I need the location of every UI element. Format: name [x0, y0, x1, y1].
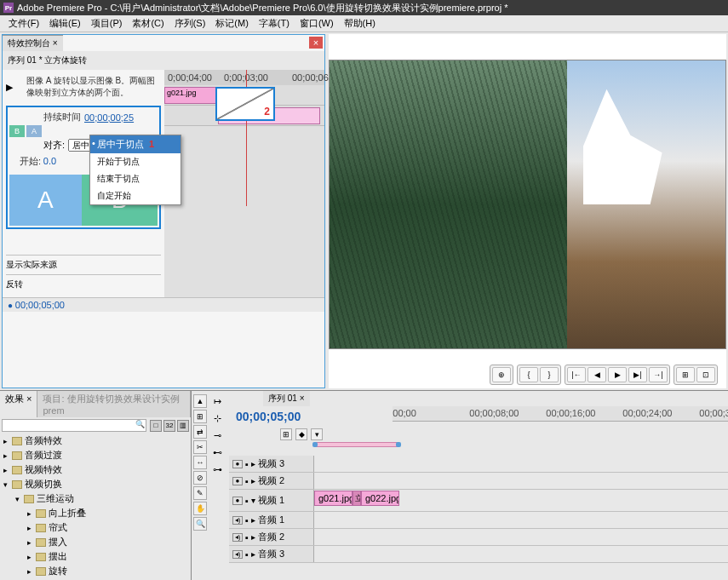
ruler-label: 00;00;24;00	[622, 408, 672, 418]
tl-tool-0[interactable]: ▲	[193, 394, 207, 408]
tl-tool-8[interactable]: 🔍	[193, 517, 207, 531]
track-label-v1: 视频 1	[258, 494, 284, 507]
snap-icon[interactable]: ⊞	[280, 428, 292, 440]
timeline-current-time[interactable]: 00;00;05;00	[229, 406, 307, 427]
dropdown-item-custom[interactable]: 自定开始	[90, 187, 181, 204]
window-title: Adobe Premiere Pro - C:\用户\Administrator…	[17, 2, 507, 14]
tree-node[interactable]: ▸音频特效	[0, 434, 191, 448]
track-toggle-v2[interactable]: ●	[232, 477, 243, 485]
tree-node[interactable]: ▸视频特效	[0, 462, 191, 477]
tree-node[interactable]: ▸音频过渡	[0, 448, 191, 462]
transition-region[interactable]: 2	[215, 87, 275, 121]
tree-node[interactable]: ▸旋转	[0, 564, 191, 578]
preview-image-left	[330, 60, 567, 348]
filter-yuv-icon[interactable]: ▥	[177, 420, 189, 432]
tree-node[interactable]: ▸摆出	[0, 549, 191, 564]
duration-value[interactable]: 00;00;00;25	[84, 112, 134, 123]
tl-snap-2[interactable]: ⊸	[210, 428, 224, 442]
tl-tool-2[interactable]: ⇄	[193, 425, 207, 439]
timeline-transition[interactable]: 立	[353, 491, 361, 506]
tl-tool-3[interactable]: ✂	[193, 440, 207, 454]
mini-time-1: 0;00;04;00	[168, 72, 212, 83]
menu-title[interactable]: 字幕(T)	[254, 17, 295, 30]
extract-button[interactable]: ⊡	[696, 367, 715, 382]
tl-snap-4[interactable]: ⊶	[210, 462, 224, 476]
tree-node[interactable]: ▾视频切换	[0, 477, 191, 491]
transport-controls: ⊕ { } |← ◀ ▶ ▶| →| ⊞ ⊡	[490, 365, 718, 385]
work-area-bar[interactable]	[314, 442, 728, 449]
show-actual-sources[interactable]: 显示实际来源	[6, 255, 161, 274]
lock-icon[interactable]: ▪	[245, 549, 249, 560]
lift-button[interactable]: ⊞	[676, 367, 695, 382]
effect-controls-tab[interactable]: 特效控制台 ×	[3, 35, 63, 51]
effects-tree[interactable]: ▸音频特效▸音频过渡▸视频特效▾视频切换▾三维运动▸向上折叠▸帘式▸摆入▸摆出▸…	[0, 434, 191, 580]
sequence-tab[interactable]: 序列 01 ×	[263, 391, 310, 406]
play-button[interactable]: ▶	[608, 367, 627, 382]
tl-snap-0[interactable]: ↦	[210, 394, 224, 408]
mark-in-button[interactable]: {	[519, 367, 538, 382]
ruler-label: 00;00	[393, 408, 416, 418]
expand-icon[interactable]: ▶	[6, 82, 13, 93]
dropdown-item-start[interactable]: 开始于切点	[90, 153, 181, 170]
timeline-clip-2[interactable]: g022.jpg	[361, 491, 399, 506]
dropdown-item-end[interactable]: 结束于切点	[90, 170, 181, 187]
track-toggle-v3[interactable]: ●	[232, 460, 243, 468]
reverse-toggle[interactable]: 反转	[6, 274, 161, 294]
lock-icon[interactable]: ▪	[245, 496, 249, 506]
effects-tab[interactable]: 效果 ×	[0, 391, 37, 417]
effect-mini-timeline[interactable]: 0;00;04;00 0;00;03;00 00;00;06 g021.jpg …	[164, 70, 324, 206]
tl-tool-4[interactable]: ↔	[193, 456, 207, 469]
tl-tool-6[interactable]: ✎	[193, 486, 207, 500]
go-to-out-button[interactable]: →|	[649, 367, 668, 382]
mark-out-button[interactable]: }	[540, 367, 559, 382]
menu-edit[interactable]: 编辑(E)	[44, 17, 86, 30]
effects-panel: 效果 × 项目: 使用旋转切换效果设计实例prem 🔍 □ 32 ▥ ▸音频特效…	[0, 391, 192, 580]
tl-tool-1[interactable]: ⊞	[193, 410, 207, 423]
lock-icon[interactable]: ▪	[245, 476, 249, 486]
filter-fx-icon[interactable]: □	[150, 420, 162, 432]
tree-node[interactable]: ▸向上折叠	[0, 506, 191, 520]
timeline-ruler[interactable]: 00;0000;00;08;0000;00;16;0000;00;24;0000…	[393, 406, 728, 422]
track-toggle-v1[interactable]: ●	[232, 497, 243, 505]
go-to-in-button[interactable]: |←	[567, 367, 586, 382]
track-toggle-a2[interactable]: ◂)	[232, 533, 243, 542]
align-label: 对齐:	[43, 139, 65, 152]
footer-timecode[interactable]: 00;00;05;00	[15, 300, 65, 310]
start-value[interactable]: 0.0	[43, 156, 56, 166]
tl-snap-1[interactable]: ⊹	[210, 411, 224, 425]
menu-file[interactable]: 文件(F)	[3, 17, 44, 30]
menu-marker[interactable]: 标记(M)	[210, 17, 254, 30]
marker-icon[interactable]: ◆	[295, 428, 307, 440]
panel-close-button[interactable]: ×	[309, 37, 323, 49]
tree-node[interactable]: ▾三维运动	[0, 491, 191, 506]
settings-icon[interactable]: ▾	[311, 428, 323, 440]
tree-node[interactable]: ▸摆入	[0, 535, 191, 549]
menu-help[interactable]: 帮助(H)	[339, 17, 381, 30]
lock-icon[interactable]: ▪	[245, 515, 249, 525]
step-forward-button[interactable]: ▶|	[628, 367, 647, 382]
timeline-snap-tools: ↦⊹⊸⊷⊶	[210, 394, 226, 476]
timeline-clip-1[interactable]: g021.jpg	[314, 491, 353, 506]
lock-icon[interactable]: ▪	[245, 459, 249, 469]
tl-tool-7[interactable]: ✋	[193, 502, 207, 515]
tl-tool-5[interactable]: ⊘	[193, 471, 207, 485]
menu-sequence[interactable]: 序列(S)	[169, 17, 211, 30]
lock-icon[interactable]: ▪	[245, 532, 249, 543]
filter-32-icon[interactable]: 32	[163, 420, 175, 432]
tree-node[interactable]: ▸帘式	[0, 520, 191, 535]
menu-project[interactable]: 项目(P)	[86, 17, 128, 30]
track-toggle-a1[interactable]: ◂)	[232, 516, 243, 525]
effects-search-input[interactable]	[2, 419, 146, 432]
project-tab[interactable]: 项目: 使用旋转切换效果设计实例prem	[37, 391, 191, 417]
menu-bar[interactable]: 文件(F) 编辑(E) 项目(P) 素材(C) 序列(S) 标记(M) 字幕(T…	[0, 15, 728, 32]
menu-clip[interactable]: 素材(C)	[127, 17, 169, 30]
effect-header: 序列 01 * 立方体旋转	[3, 51, 324, 70]
track-label-v3: 视频 3	[258, 457, 284, 470]
dropdown-item-center[interactable]: •居中于切点1	[90, 135, 181, 153]
menu-window[interactable]: 窗口(W)	[295, 17, 339, 30]
track-toggle-a3[interactable]: ◂)	[232, 550, 243, 559]
step-back-button[interactable]: ◀	[588, 367, 606, 382]
timeline-toolbar: ▲⊞⇄✂↔⊘✎✋🔍	[193, 394, 209, 531]
tl-snap-3[interactable]: ⊷	[210, 445, 224, 459]
add-marker-button[interactable]: ⊕	[492, 367, 511, 382]
